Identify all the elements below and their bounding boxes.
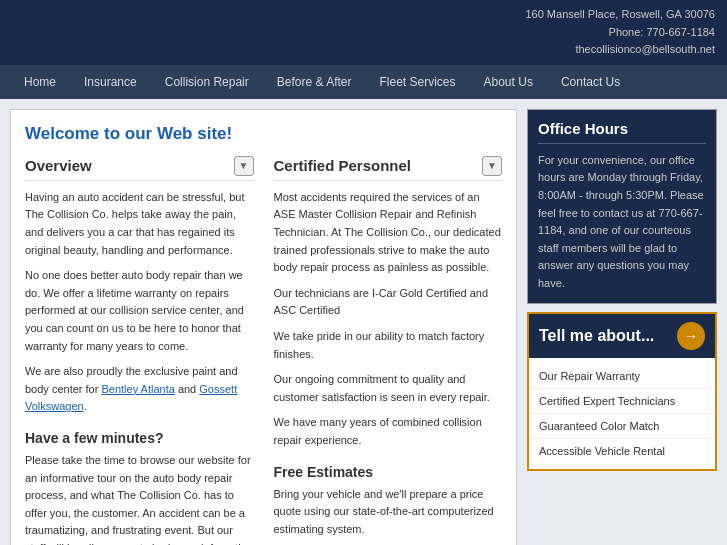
overview-header: Overview ▼ <box>25 156 254 181</box>
two-col-layout: Overview ▼ Having an auto accident can b… <box>25 156 502 545</box>
tell-me-items-list: Our Repair Warranty Certified Expert Tec… <box>529 358 715 469</box>
top-bar: 160 Mansell Place, Roswell, GA 30076 Pho… <box>0 0 727 65</box>
content-area: Welcome to our Web site! Overview ▼ Havi… <box>10 109 517 545</box>
few-minutes-text: Please take the time to browse our websi… <box>25 452 254 545</box>
col-overview: Overview ▼ Having an auto accident can b… <box>25 156 254 545</box>
certified-bullet-1: Our technicians are I-Car Gold Certified… <box>274 285 503 320</box>
overview-para-2: No one does better auto body repair than… <box>25 267 254 355</box>
col-certified: Certified Personnel ▼ Most accidents req… <box>274 156 503 545</box>
office-hours-box: Office Hours For your convenience, our o… <box>527 109 717 304</box>
nav-collision-repair[interactable]: Collision Repair <box>151 65 263 99</box>
nav-about-us[interactable]: About Us <box>470 65 547 99</box>
nav-fleet-services[interactable]: Fleet Services <box>365 65 469 99</box>
certified-title: Certified Personnel <box>274 157 412 174</box>
free-estimates-text: Bring your vehicle and we'll prepare a p… <box>274 486 503 539</box>
email: thecollisionco@bellsouth.net <box>575 43 715 55</box>
nav-bar: Home Insurance Collision Repair Before &… <box>0 65 727 99</box>
overview-dropdown[interactable]: ▼ <box>234 156 254 176</box>
address: 160 Mansell Place, Roswell, GA 30076 <box>525 8 715 20</box>
tell-me-item-1[interactable]: Certified Expert Technicians <box>529 389 715 414</box>
bentley-link[interactable]: Bentley Atlanta <box>101 383 174 395</box>
office-hours-title: Office Hours <box>538 120 706 144</box>
certified-bullet-2: We take pride in our ability to match fa… <box>274 328 503 363</box>
overview-para-3: We are also proudly the exclusive paint … <box>25 363 254 416</box>
overview-para-1: Having an auto accident can be stressful… <box>25 189 254 259</box>
few-minutes-title: Have a few minutes? <box>25 430 254 446</box>
phone-label: Phone: <box>609 26 644 38</box>
certified-para-1: Most accidents required the services of … <box>274 189 503 277</box>
tell-me-item-3[interactable]: Accessible Vehicle Rental <box>529 439 715 463</box>
main-wrapper: Welcome to our Web site! Overview ▼ Havi… <box>0 99 727 545</box>
nav-home[interactable]: Home <box>10 65 70 99</box>
right-sidebar: Office Hours For your convenience, our o… <box>527 109 717 545</box>
office-hours-text: For your convenience, our office hours a… <box>538 152 706 293</box>
tell-me-box: Tell me about... → Our Repair Warranty C… <box>527 312 717 471</box>
nav-before-after[interactable]: Before & After <box>263 65 366 99</box>
tell-me-arrow-button[interactable]: → <box>677 322 705 350</box>
free-estimates-title: Free Estimates <box>274 464 503 480</box>
welcome-title: Welcome to our Web site! <box>25 124 502 144</box>
certified-bullet-4: We have many years of combined collision… <box>274 414 503 449</box>
phone-number: 770-667-1184 <box>646 26 715 38</box>
tell-me-header: Tell me about... → <box>529 314 715 358</box>
tell-me-item-2[interactable]: Guaranteed Color Match <box>529 414 715 439</box>
overview-title: Overview <box>25 157 92 174</box>
certified-bullet-3: Our ongoing commitment to quality and cu… <box>274 371 503 406</box>
nav-insurance[interactable]: Insurance <box>70 65 151 99</box>
certified-dropdown[interactable]: ▼ <box>482 156 502 176</box>
certified-header: Certified Personnel ▼ <box>274 156 503 181</box>
nav-contact-us[interactable]: Contact Us <box>547 65 634 99</box>
tell-me-item-0[interactable]: Our Repair Warranty <box>529 364 715 389</box>
tell-me-title: Tell me about... <box>539 327 654 345</box>
